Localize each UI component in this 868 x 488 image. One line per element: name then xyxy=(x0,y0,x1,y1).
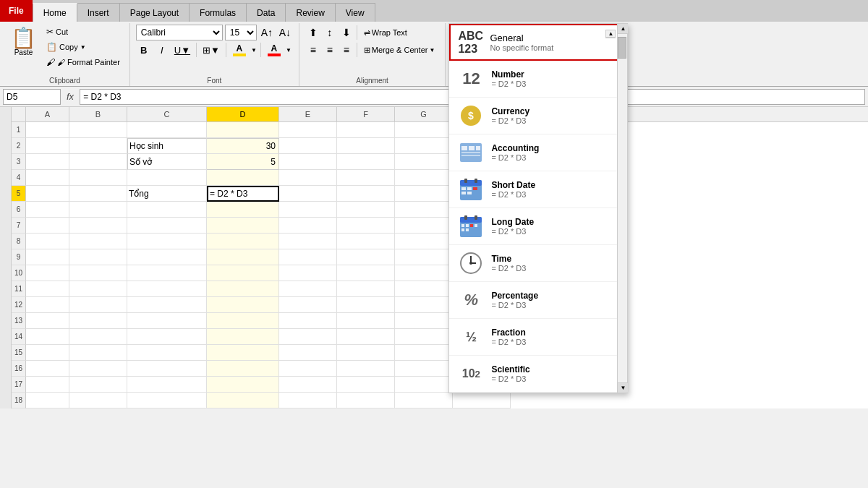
cell-d12[interactable] xyxy=(207,297,279,313)
cell-e7[interactable] xyxy=(279,218,337,234)
cell-e13[interactable] xyxy=(279,313,337,329)
cell-e12[interactable] xyxy=(279,297,337,313)
cell-f12[interactable] xyxy=(337,297,395,313)
font-name-select[interactable]: Calibri xyxy=(136,25,223,40)
bold-button[interactable]: B xyxy=(136,42,152,58)
cell-d13[interactable] xyxy=(207,313,279,329)
scroll-thumb[interactable] xyxy=(618,37,626,59)
col-header-e[interactable]: E xyxy=(279,107,337,121)
cell-d14[interactable] xyxy=(207,329,279,345)
cell-e11[interactable] xyxy=(279,281,337,297)
cell-c5[interactable]: Tổng xyxy=(127,186,207,202)
cell-d11[interactable] xyxy=(207,281,279,297)
format-item-time[interactable]: Time = D2 * D3 xyxy=(449,245,627,282)
cell-g13[interactable] xyxy=(395,313,453,329)
cell-b15[interactable] xyxy=(69,345,127,361)
cell-e2[interactable] xyxy=(279,138,337,154)
cell-c8[interactable] xyxy=(127,234,207,249)
bottom-align-button[interactable]: ⬇ xyxy=(339,25,354,40)
cell-e15[interactable] xyxy=(279,345,337,361)
cell-f7[interactable] xyxy=(337,218,395,234)
cell-f11[interactable] xyxy=(337,281,395,297)
cell-e17[interactable] xyxy=(279,377,337,393)
cell-g11[interactable] xyxy=(395,281,453,297)
cell-c4[interactable] xyxy=(127,170,207,186)
fill-color-button[interactable]: A xyxy=(230,42,249,58)
cell-f6[interactable] xyxy=(337,202,395,218)
cell-b12[interactable] xyxy=(69,297,127,313)
row-num-4[interactable]: 4 xyxy=(12,170,26,186)
cell-a4[interactable] xyxy=(26,170,69,186)
cell-f17[interactable] xyxy=(337,377,395,393)
cell-g7[interactable] xyxy=(395,218,453,234)
tab-file[interactable]: File xyxy=(0,0,33,22)
cell-a7[interactable] xyxy=(26,218,69,234)
cell-e16[interactable] xyxy=(279,361,337,377)
col-header-g[interactable]: G xyxy=(395,107,453,121)
cell-e14[interactable] xyxy=(279,329,337,345)
cell-g18[interactable] xyxy=(395,393,453,408)
row-num-15[interactable]: 15 xyxy=(12,345,26,361)
scroll-up-button[interactable]: ▲ xyxy=(618,24,628,34)
cell-c7[interactable] xyxy=(127,218,207,234)
cell-c6[interactable] xyxy=(127,202,207,218)
format-item-currency[interactable]: $ Currency = D2 * D3 xyxy=(449,98,627,134)
cell-g15[interactable] xyxy=(395,345,453,361)
row-num-2[interactable]: 2 xyxy=(12,138,26,154)
cell-d2[interactable]: 30 xyxy=(207,138,279,154)
cell-a9[interactable] xyxy=(26,249,69,265)
cell-e5[interactable] xyxy=(279,186,337,202)
fill-dropdown[interactable]: ▼ xyxy=(251,47,257,53)
cell-c2[interactable]: Học sinh xyxy=(127,138,207,154)
cell-f9[interactable] xyxy=(337,249,395,265)
middle-align-button[interactable]: ↕ xyxy=(322,25,338,40)
cell-a8[interactable] xyxy=(26,234,69,249)
cell-g14[interactable] xyxy=(395,329,453,345)
tab-insert[interactable]: Insert xyxy=(77,3,120,22)
font-size-select[interactable]: 15 xyxy=(225,25,257,40)
cell-f14[interactable] xyxy=(337,329,395,345)
cell-g16[interactable] xyxy=(395,361,453,377)
cell-g3[interactable] xyxy=(395,154,453,170)
cell-h18[interactable] xyxy=(453,393,511,408)
cell-f13[interactable] xyxy=(337,313,395,329)
cell-b3[interactable] xyxy=(69,154,127,170)
cell-d4[interactable] xyxy=(207,170,279,186)
cell-f2[interactable] xyxy=(337,138,395,154)
col-header-c[interactable]: C xyxy=(127,107,207,121)
cell-f15[interactable] xyxy=(337,345,395,361)
cell-a2[interactable] xyxy=(26,138,69,154)
name-box[interactable]: D5 xyxy=(3,89,61,105)
font-color-button[interactable]: A xyxy=(265,42,284,58)
cell-a16[interactable] xyxy=(26,361,69,377)
cell-d1[interactable] xyxy=(207,122,279,138)
cell-g1[interactable] xyxy=(395,122,453,138)
cell-b5[interactable] xyxy=(69,186,127,202)
cell-b4[interactable] xyxy=(69,170,127,186)
center-align-button[interactable]: ≡ xyxy=(322,42,338,58)
cell-d10[interactable] xyxy=(207,265,279,281)
cell-f5[interactable] xyxy=(337,186,395,202)
cell-g17[interactable] xyxy=(395,377,453,393)
cell-b11[interactable] xyxy=(69,281,127,297)
scroll-down-button[interactable]: ▼ xyxy=(618,382,628,393)
cell-b2[interactable] xyxy=(69,138,127,154)
font-shrink-button[interactable]: A↓ xyxy=(277,25,293,40)
row-num-9[interactable]: 9 xyxy=(12,249,26,265)
cell-d3[interactable]: 5 xyxy=(207,154,279,170)
font-grow-button[interactable]: A↑ xyxy=(259,25,275,40)
format-dropdown-header[interactable]: ABC 123 General No specific format ▲ xyxy=(449,24,627,61)
cell-a5[interactable] xyxy=(26,186,69,202)
cell-g4[interactable] xyxy=(395,170,453,186)
cell-b17[interactable] xyxy=(69,377,127,393)
cell-a12[interactable] xyxy=(26,297,69,313)
cell-d5[interactable]: = D2 * D3 xyxy=(207,186,279,202)
cell-d18[interactable] xyxy=(207,393,279,408)
cell-g10[interactable] xyxy=(395,265,453,281)
cell-g9[interactable] xyxy=(395,249,453,265)
row-num-16[interactable]: 16 xyxy=(12,361,26,377)
col-header-a[interactable]: A xyxy=(26,107,69,121)
cell-d9[interactable] xyxy=(207,249,279,265)
tab-home[interactable]: Home xyxy=(33,3,77,22)
cell-f10[interactable] xyxy=(337,265,395,281)
